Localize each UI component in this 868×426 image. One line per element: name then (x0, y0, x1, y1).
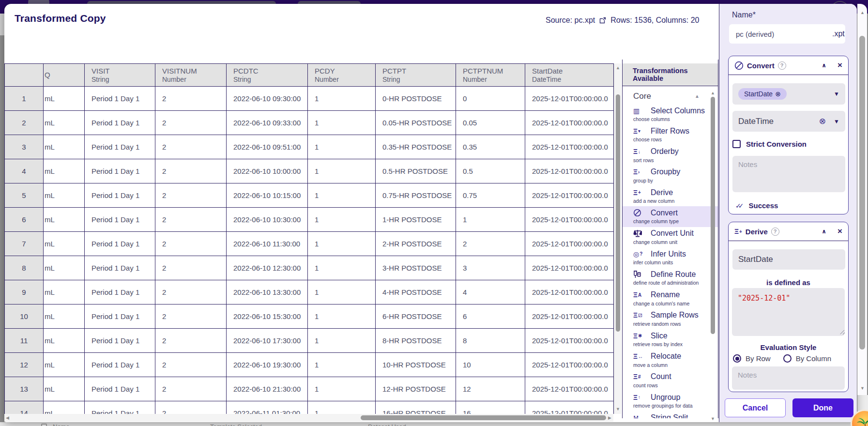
sample-rows-icon: Ξ⚂ (633, 311, 651, 319)
column-chip[interactable]: StartDate ⊗ (738, 88, 787, 100)
scroll-down-arrow[interactable]: ▼ (860, 386, 865, 391)
table-hscroll-thumb[interactable] (361, 415, 606, 420)
transformation-item-rename[interactable]: ΞARenamechange a column's name (623, 289, 718, 309)
name-field: .xpt (729, 24, 845, 44)
by-row-radio[interactable] (733, 354, 741, 363)
group-label: Core (633, 91, 651, 101)
table-cell: 1 (308, 353, 376, 377)
transformation-item-sample-rows[interactable]: Ξ⚂Sample Rowsretrieve random rows (623, 309, 718, 329)
by-row-option[interactable]: By Row (733, 354, 771, 363)
transformations-scroll-thumb[interactable] (711, 97, 715, 334)
convert-notes-textarea[interactable] (732, 156, 845, 192)
table-horizontal-scrollbar[interactable]: ◀ ▶ (4, 414, 613, 422)
resize-handle-icon[interactable] (840, 330, 845, 335)
transformation-item-infer-units[interactable]: ◎?Infer Unitsinfer column units (623, 247, 718, 268)
transformation-item-ungroup[interactable]: Ξ↑Ungroupremove groupings for data (623, 391, 718, 411)
status-text: Success (748, 201, 778, 210)
select-columns-icon: ▥ (633, 107, 651, 115)
transformation-label: Infer Units (651, 250, 686, 259)
table-row: 6mLPeriod 1 Day 122022-06-10 10:30:0011-… (5, 208, 614, 232)
close-card-icon[interactable]: × (838, 227, 842, 236)
cancel-button[interactable]: Cancel (725, 398, 786, 417)
dimmed-page-left (0, 14, 4, 426)
row-number-cell: 3 (5, 135, 44, 159)
derive-column-field[interactable]: StartDate (732, 249, 845, 270)
scroll-up-arrow[interactable]: ▲ (711, 91, 715, 95)
table-cell: 1 (308, 183, 376, 208)
table-row: 1mLPeriod 1 Day 122022-06-10 09:30:0010-… (5, 87, 614, 111)
table-cell: 2022-06-10 10:30:00 (227, 208, 308, 232)
table-row: 8mLPeriod 1 Day 122022-06-10 12:30:0013-… (5, 256, 614, 280)
panel-scroll-thumb[interactable] (859, 36, 865, 350)
transformation-item-groupby[interactable]: Ξ›Groupbygroup by (623, 166, 718, 186)
convert-type-select[interactable]: DateTime ⊗ ▼ (732, 111, 845, 132)
transformation-item-slice[interactable]: Ξ✱Sliceretrieve rows by index (623, 329, 718, 350)
done-button[interactable]: Done (792, 398, 853, 417)
table-cell: Period 1 Day 1 (85, 87, 155, 111)
name-field-label: Name* (732, 11, 756, 19)
table-cell: 1 (308, 329, 376, 353)
screen: NameTemplate SelectedDataset Used Transf… (0, 0, 868, 426)
transformation-item-define-route[interactable]: Define Routedefine route of administrati… (623, 268, 718, 288)
table-cell: 8 (456, 329, 525, 353)
transformation-item-convert-unit[interactable]: Convert Unitchange column unit (623, 227, 718, 247)
scroll-up-arrow[interactable]: ▲ (860, 11, 865, 15)
table-cell: 2 (155, 159, 227, 183)
by-column-radio[interactable] (783, 354, 792, 363)
scroll-down-arrow[interactable]: ▼ (616, 407, 620, 411)
scroll-right-arrow[interactable]: ▶ (608, 416, 611, 420)
chevron-down-icon[interactable]: ▼ (834, 118, 839, 125)
transformations-scrollbar[interactable]: ▲ ▼ (710, 90, 716, 422)
convert-card: Convert ? ∧ × StartDate ⊗ ▼ DateTime ⊗ ▼… (728, 56, 849, 214)
table-cell: 0 (456, 87, 525, 111)
transformations-group-core[interactable]: Core ▲ (623, 87, 718, 104)
table-cell: 6 (456, 304, 525, 329)
transformation-item-orderby[interactable]: Ξ↓Orderbysort rows (623, 145, 718, 166)
expression-editor[interactable]: "2025-12-01" (732, 288, 845, 336)
scroll-down-arrow[interactable]: ▼ (711, 417, 715, 421)
table-cell: mL (44, 183, 85, 208)
table-cell: Period 1 Day 1 (85, 353, 155, 377)
table-vertical-scrollbar[interactable]: ▲ ▼ (614, 63, 621, 414)
transformation-item-filter-rows[interactable]: Ξ▾Filter Rowschoose rows (623, 124, 718, 145)
help-icon[interactable]: ? (771, 228, 779, 236)
transformation-item-select-columns[interactable]: ▥Select Columnschoose columns (623, 104, 718, 124)
table-cell: 0-HR POSTDOSE (376, 87, 456, 111)
transformation-item-relocate[interactable]: Ξ↔Relocatemove a column (623, 350, 718, 370)
transformations-list: Core ▲ ▥Select Columnschoose columnsΞ▾Fi… (623, 87, 718, 418)
transformation-item-derive[interactable]: Ξ+Deriveadd a new column (623, 186, 718, 206)
transformation-item-string-split[interactable]: ∺String Split (623, 411, 718, 418)
row-number-cell: 14 (5, 401, 44, 414)
table-cell: mL (44, 304, 85, 329)
remove-chip-icon[interactable]: ⊗ (775, 90, 781, 98)
collapse-card-icon[interactable]: ∧ (822, 62, 826, 69)
derive-notes-textarea[interactable] (732, 366, 845, 390)
transformation-item-convert[interactable]: Convertchange column type (623, 206, 718, 227)
chevron-down-icon[interactable]: ▼ (834, 91, 839, 97)
transformation-label: String Split (651, 413, 688, 418)
table-vscroll-thumb[interactable] (616, 94, 620, 332)
close-card-icon[interactable]: × (838, 61, 842, 70)
string-split-icon: ∺ (633, 414, 651, 418)
panel-vertical-scrollbar[interactable]: ▲ ▼ (857, 4, 867, 395)
help-icon[interactable]: ? (778, 61, 786, 70)
external-link-icon[interactable] (599, 17, 606, 24)
table-row: 5mLPeriod 1 Day 122022-06-10 10:15:0010.… (5, 183, 614, 208)
table-row: 11mLPeriod 1 Day 122022-06-10 17:30:0018… (5, 329, 614, 353)
scroll-left-arrow[interactable]: ◀ (6, 416, 9, 420)
collapse-card-icon[interactable]: ∧ (822, 228, 826, 235)
source-link[interactable]: Source: pc.xpt (546, 16, 595, 25)
transformation-item-count[interactable]: Ξ#Countcount rows (623, 370, 718, 391)
collapse-group-icon[interactable]: ▲ (695, 93, 700, 99)
transformations-panel-header: Transformations Available (623, 63, 718, 86)
by-column-option[interactable]: By Column (783, 354, 831, 363)
table-cell: Period 1 Day 1 (85, 304, 155, 329)
table-cell: mL (44, 232, 85, 256)
strict-conversion-checkbox[interactable] (732, 140, 741, 148)
table-cell: 0.35 (456, 135, 525, 159)
convert-column-select[interactable]: StartDate ⊗ ▼ (732, 83, 845, 105)
scroll-up-arrow[interactable]: ▲ (616, 66, 620, 70)
clear-type-icon[interactable]: ⊗ (819, 116, 826, 126)
name-input[interactable] (736, 30, 832, 38)
table-cell: 6-HR POSTDOSE (376, 304, 456, 329)
